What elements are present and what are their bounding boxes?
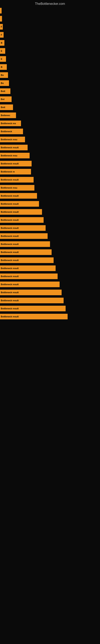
bar-label: Bo [1,82,4,84]
result-bar: Bottleneck result [0,145,28,150]
bar-row: B [0,39,100,47]
bar-row: Bottleneck result [0,200,100,208]
bar-label: B [1,42,2,44]
bar-row: Bottleneck result [0,216,100,224]
bar-label: Bottleneck result [1,146,19,149]
result-bar: Bottenec [0,112,16,118]
result-bar: Bottleneck resu [0,185,34,190]
bar-row: Bottleneck result [0,248,100,256]
bar-label: Bottleneck re [1,170,15,173]
result-bar: Bottleneck resu [0,153,30,158]
bar-row: E [0,55,100,63]
bar-row: Bott [0,87,100,95]
bar-label: E [1,50,2,52]
result-bar: Bo [0,80,9,86]
bar-row: Bottenec [0,111,100,119]
result-bar: Bot [0,96,12,102]
bar-row: Bottleneck result [0,304,100,312]
bar-label: Bottleneck result [1,227,19,229]
result-bar: E [0,48,5,54]
bar-label: Bottleneck result [1,315,19,318]
bar-label: Bottleneck result [1,283,19,286]
bar-row: Bottleneck result [0,280,100,288]
bar-label: B [1,66,2,68]
result-bar: Bottleneck result [0,209,42,215]
bar-row: Bottleneck result [0,256,100,264]
bar-row [0,7,100,15]
bar-row: Bot [0,95,100,103]
bar-row: Bott [0,103,100,111]
bar-row: Bottleneck [0,128,100,136]
bar-label: Bottleneck result [1,291,19,294]
bar-row: Bottleneck result [0,192,100,200]
bar-label: Bot [1,98,4,100]
bar-row: Bottleneck result [0,232,100,240]
bar-label: Bottleneck result [1,259,19,262]
bar-label: Bottleneck result [1,219,19,221]
bar-row: Bottleneck result [0,160,100,168]
bar-label: Bottenec [1,114,10,116]
bar-label: E [1,58,2,60]
bar-row: Bo [0,71,100,79]
bar-row: Bottleneck result [0,296,100,304]
result-bar: Bottleneck result [0,201,39,207]
result-bar: Bott [0,104,13,110]
bar-label: Bottleneck result [1,275,19,278]
bar-label: Bottleneck resu [1,186,17,189]
bar-row: Bottleneck resu [0,136,100,144]
bar-label: Bottleneck result [1,211,19,213]
bars-container: FFBEEBBoBoBottBotBottBottenecBottleneck … [0,7,100,320]
bar-label: Bottleneck result [1,251,19,253]
result-bar: F [0,24,3,30]
result-bar: Bottleneck resu [0,137,25,142]
result-bar: Bo [0,72,8,78]
bar-row: Bottleneck result [0,264,100,272]
result-bar: Bottleneck result [0,290,62,295]
bar-label: F [1,34,2,36]
bar-row: Bottleneck result [0,144,100,152]
result-bar: Bottleneck result [0,177,34,182]
result-bar: Bottleneck res [0,120,21,126]
bar-row: B [0,63,100,71]
result-bar: Bottleneck result [0,282,60,287]
result-bar: Bottleneck result [0,225,46,231]
result-bar: Bottleneck result [0,217,44,223]
bar-label: Bo [1,74,4,76]
result-bar: Bottleneck result [0,266,56,271]
bar-label: Bottleneck result [1,203,19,205]
result-bar: Bottleneck result [0,249,51,255]
result-bar: Bottleneck result [0,298,64,303]
result-bar: Bottleneck result [0,161,32,166]
site-title-container: TheBottlenecker.com [0,0,100,7]
bar-row: Bottleneck re [0,168,100,176]
bar-label: Bottleneck result [1,235,19,237]
result-bar: Bottleneck [0,128,23,134]
bar-label: Bottleneck result [1,267,19,270]
site-title: TheBottlenecker.com [0,0,100,7]
bar-row: Bottleneck result [0,272,100,280]
result-bar: Bottleneck result [0,193,37,199]
bar-row: F [0,23,100,31]
result-bar [0,16,2,22]
bar-label: Bottleneck result [1,307,19,310]
bar-row: Bottleneck resu [0,184,100,192]
bar-label: Bottleneck result [1,194,19,197]
bar-label: Bottleneck result [1,299,19,302]
bar-row: Bottleneck result [0,176,100,184]
bar-label: Bottleneck [1,130,12,132]
bar-row: Bottleneck result [0,208,100,216]
result-bar: B [0,40,4,46]
bar-label: Bottleneck resu [1,154,17,157]
bar-row: E [0,47,100,55]
result-bar: B [0,64,7,70]
result-bar: Bottleneck result [0,233,48,239]
bar-label: F [1,26,2,28]
bar-label: Bottleneck res [1,122,16,124]
bar-label: Bottleneck result [1,243,19,245]
bar-row: Bottleneck res [0,119,100,128]
bar-row: F [0,31,100,39]
bar-row: Bottleneck result [0,240,100,248]
bar-label: Bottleneck result [1,162,19,165]
bar-label: Bott [1,106,5,108]
result-bar: Bottleneck re [0,169,31,174]
